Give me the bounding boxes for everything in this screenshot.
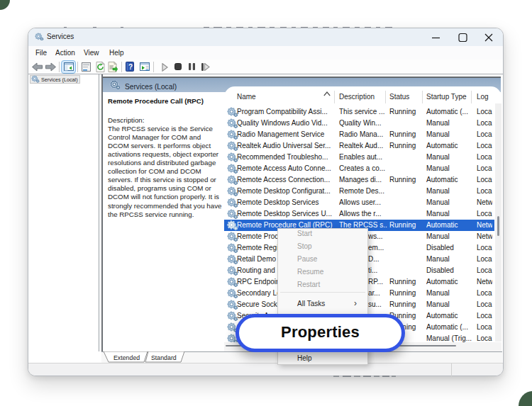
svg-text:?: ? [128, 63, 133, 71]
svg-text:Standard: Standard [151, 354, 177, 361]
svg-text:Extended: Extended [113, 354, 140, 361]
